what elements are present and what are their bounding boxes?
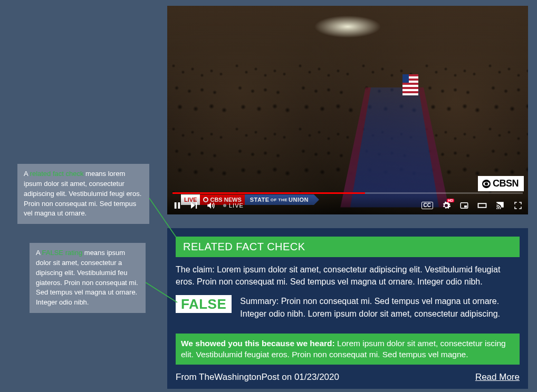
fullscreen-button[interactable]	[513, 201, 523, 210]
svg-marker-4	[207, 202, 211, 209]
fact-check-header: RELATED FACT CHECK	[176, 237, 520, 257]
volume-icon	[206, 201, 216, 210]
svg-rect-7	[478, 203, 486, 208]
cbsn-watermark-text: CBSN	[493, 178, 519, 189]
theater-button[interactable]	[477, 201, 487, 210]
video-progress-bar[interactable]	[172, 192, 523, 194]
cast-button[interactable]	[495, 201, 505, 210]
fact-check-summary: Summary: Proin non consequat mi. Sed tem…	[240, 295, 520, 319]
settings-button[interactable]: HD	[442, 201, 451, 210]
next-icon	[189, 201, 199, 210]
callout-text-prefix: A	[24, 170, 30, 178]
callout-text-prefix: A	[36, 249, 42, 257]
svg-rect-0	[175, 202, 177, 209]
theater-icon	[477, 201, 487, 210]
svg-marker-2	[191, 202, 195, 209]
pause-button[interactable]	[172, 201, 182, 210]
video-controls: LIVE CC HD	[167, 197, 528, 214]
cbsn-watermark: CBSN	[478, 176, 524, 191]
svg-rect-3	[196, 202, 197, 209]
callout-text-rest: means ipsum dolor sit amet, consectetur …	[36, 249, 138, 306]
next-button[interactable]	[189, 201, 199, 210]
fact-check-reason: We showed you this because we heard: Lor…	[176, 334, 520, 365]
svg-rect-1	[178, 202, 180, 209]
live-dot-icon	[223, 204, 226, 207]
rating-badge: FALSE	[176, 295, 232, 313]
fact-check-card: RELATED FACT CHECK The claim: Lorem ipsu…	[167, 228, 528, 389]
us-flag-icon	[402, 74, 418, 95]
hd-badge: HD	[447, 199, 454, 202]
pause-icon	[172, 201, 182, 210]
fact-check-claim: The claim: Lorem ipsum dolor sit amet, c…	[176, 263, 520, 288]
captions-button[interactable]: CC	[421, 202, 433, 209]
callout-false-rating: A FALSE rating means ipsum dolor sit ame…	[30, 243, 146, 313]
video-progress-done	[172, 192, 365, 194]
volume-button[interactable]	[206, 201, 216, 210]
callout-highlight: FALSE rating	[42, 249, 83, 257]
fullscreen-icon	[513, 201, 523, 210]
fact-check-source: From TheWashingtonPost on 01/23/2020	[176, 372, 339, 383]
video-player[interactable]: CBSN LIVE CBS NEWS STATE OF THE UNION	[167, 6, 528, 214]
cbs-eye-icon	[482, 180, 491, 188]
reason-bold: We showed you this because we heard:	[181, 339, 335, 348]
read-more-link[interactable]: Read More	[475, 372, 520, 383]
cast-icon	[495, 201, 505, 210]
live-indicator-label: LIVE	[229, 202, 244, 209]
live-indicator[interactable]: LIVE	[223, 202, 244, 209]
miniplayer-button[interactable]	[459, 201, 469, 210]
callout-related-fact-check: A related fact check means lorem ipsum d…	[17, 164, 149, 224]
callout-highlight: related fact check	[30, 170, 84, 178]
svg-rect-6	[464, 205, 467, 208]
miniplayer-icon	[459, 201, 469, 210]
